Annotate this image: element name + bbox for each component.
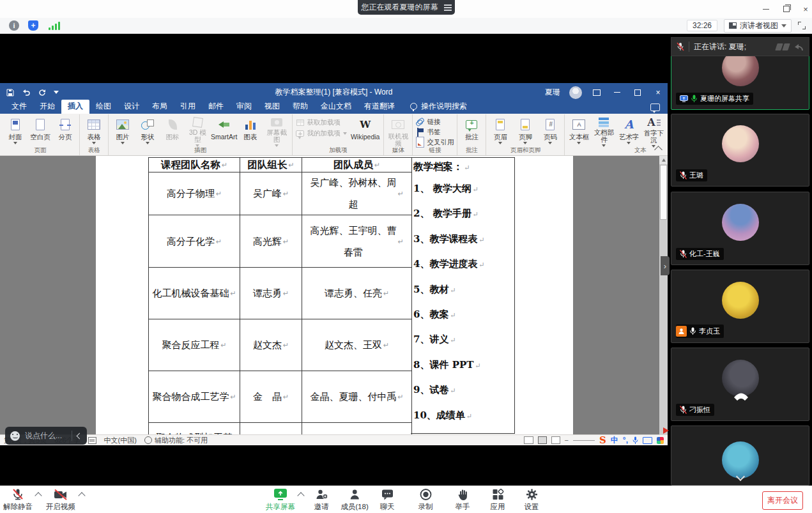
comments-icon[interactable] [650, 103, 660, 111]
invite-button[interactable]: 邀请 [314, 488, 329, 512]
video-tile[interactable]: 化工-王巍 [671, 192, 809, 265]
window-close-button[interactable]: × [797, 4, 812, 14]
video-tile[interactable] [671, 425, 809, 486]
read-mode-icon[interactable] [524, 436, 533, 444]
share-screen-button[interactable]: 共享屏幕 [266, 488, 295, 512]
word-minimize-button[interactable] [611, 87, 623, 98]
chat-button[interactable]: 聊天 [380, 488, 395, 512]
word-restore-button[interactable] [632, 87, 643, 98]
table-button[interactable]: 表格 [82, 116, 106, 147]
fullscreen-icon[interactable] [798, 22, 806, 29]
tab-file[interactable]: 文件 [5, 100, 33, 114]
collapse-chat-icon[interactable] [77, 433, 83, 439]
security-shield-icon[interactable] [28, 20, 38, 31]
window-minimize-button[interactable] [758, 4, 774, 14]
document-canvas[interactable]: 课程团队名称 团队组长 团队成员 高分子物理 吴广峰 吴广峰、孙树林、周超 高分… [0, 156, 668, 434]
print-layout-icon[interactable] [538, 436, 547, 444]
tab-draw[interactable]: 绘图 [89, 100, 118, 114]
page-break-button[interactable]: 分页 [53, 116, 77, 147]
video-tile[interactable]: 刁振恒 [671, 348, 809, 421]
smartart-button[interactable]: SmartArt [211, 116, 238, 147]
bookmark-button[interactable]: 书签 [415, 128, 455, 137]
wikipedia-button[interactable]: WWikipedia [349, 116, 382, 147]
zoom-slider[interactable] [573, 440, 595, 441]
input-skin-icon[interactable] [657, 437, 664, 444]
chart-button[interactable]: 图表 [238, 116, 263, 147]
page-number-button[interactable]: 页码 [538, 116, 562, 147]
header-button[interactable]: 页眉 [488, 116, 512, 147]
table-header-cell: 团队成员 [302, 158, 411, 172]
language-indicator[interactable]: 中文(中国) [104, 436, 137, 445]
record-button[interactable]: 录制 [418, 488, 433, 512]
tab-references[interactable]: 引用 [174, 100, 202, 114]
tab-layout[interactable]: 布局 [146, 100, 174, 114]
scrollbar-thumb[interactable] [660, 165, 667, 220]
drop-cap-button[interactable]: A首字下沉 [641, 116, 666, 147]
start-video-button[interactable]: 开启视频 [46, 488, 75, 512]
voice-input-icon[interactable] [632, 436, 638, 444]
tab-design[interactable]: 设计 [118, 100, 146, 114]
tab-view[interactable]: 视图 [258, 100, 286, 114]
pictures-button[interactable]: 图片 [111, 116, 135, 147]
link-button[interactable]: 链接 [415, 118, 455, 127]
quick-parts-button[interactable]: 文档部件 [592, 116, 616, 147]
undo-icon[interactable] [22, 89, 31, 96]
date-time-button[interactable]: 日期和时间 [666, 128, 668, 137]
window-restore-button[interactable] [778, 4, 795, 14]
blank-page-button[interactable]: 空白页 [28, 116, 52, 147]
zoom-out-button[interactable]: − [565, 436, 569, 444]
accessibility-status[interactable]: 辅助功能: 不可用 [155, 436, 208, 445]
chat-placeholder[interactable]: 说点什么... [25, 431, 66, 441]
meeting-info-icon[interactable]: i [9, 20, 19, 31]
document-scrollbar[interactable] [659, 156, 668, 434]
video-tile[interactable]: 李贞玉 [671, 270, 809, 343]
apps-button[interactable]: 应用 [491, 488, 505, 512]
word-close-button[interactable]: × [652, 87, 664, 98]
new-comment-button[interactable]: 批注 [459, 116, 484, 147]
web-layout-icon[interactable] [551, 436, 560, 444]
cross-reference-button[interactable]: 交叉引用 [415, 137, 455, 147]
tab-mailings[interactable]: 邮件 [202, 100, 230, 114]
signature-line-button[interactable]: 签名行 [666, 118, 668, 127]
tab-youdao-translate[interactable]: 有道翻译 [358, 100, 401, 114]
chat-quick-input[interactable]: 说点什么... [5, 427, 87, 445]
settings-button[interactable]: 设置 [525, 488, 539, 512]
proofing-icon[interactable] [88, 437, 96, 444]
chinese-mode-icon[interactable]: 中 [611, 435, 618, 446]
punctuation-icon[interactable]: °, [623, 436, 628, 445]
quick-access-more-icon[interactable] [54, 91, 59, 94]
video-tile[interactable]: 王璐 [671, 114, 809, 187]
tab-wps-docs[interactable]: 金山文档 [314, 100, 358, 114]
shapes-button[interactable]: 形状 [135, 116, 160, 147]
previous-page-icon[interactable] [776, 43, 789, 50]
unmute-button[interactable]: 解除静音 [3, 488, 33, 512]
tab-insert[interactable]: 插入 [61, 100, 89, 114]
record-icon [419, 488, 432, 501]
leave-meeting-button[interactable]: 离开会议 [762, 491, 803, 510]
object-button[interactable]: 对象 [666, 137, 668, 147]
banner-menu-icon[interactable] [444, 7, 452, 8]
account-avatar[interactable] [569, 86, 582, 99]
panel-expander[interactable]: › [661, 256, 670, 275]
tab-help[interactable]: 帮助 [286, 100, 314, 114]
page-number-icon [546, 119, 555, 130]
tab-home[interactable]: 开始 [33, 100, 61, 114]
save-icon[interactable] [6, 89, 14, 96]
sogou-input-icon[interactable]: S [599, 436, 606, 445]
wordart-button[interactable]: A艺术字 [617, 116, 641, 147]
scroll-up-button[interactable] [659, 156, 668, 164]
text-box-button[interactable]: A文本框 [567, 116, 591, 147]
header-icon [496, 119, 505, 130]
ribbon-display-options-icon[interactable] [591, 87, 602, 98]
reply-arrow-icon[interactable] [793, 43, 804, 51]
redo-icon[interactable] [38, 89, 46, 96]
emoji-icon[interactable] [10, 431, 20, 441]
members-button[interactable]: 成员(18) [341, 488, 368, 512]
raise-hand-button[interactable]: 举手 [456, 488, 470, 512]
tab-review[interactable]: 审阅 [230, 100, 258, 114]
footer-button[interactable]: 页脚 [513, 116, 537, 147]
cover-page-button[interactable]: 封面 [3, 116, 27, 147]
tell-me-search[interactable]: 操作说明搜索 [410, 101, 467, 114]
view-mode-button[interactable]: 演讲者视图 [724, 19, 792, 33]
soft-keyboard-icon[interactable] [643, 437, 652, 444]
